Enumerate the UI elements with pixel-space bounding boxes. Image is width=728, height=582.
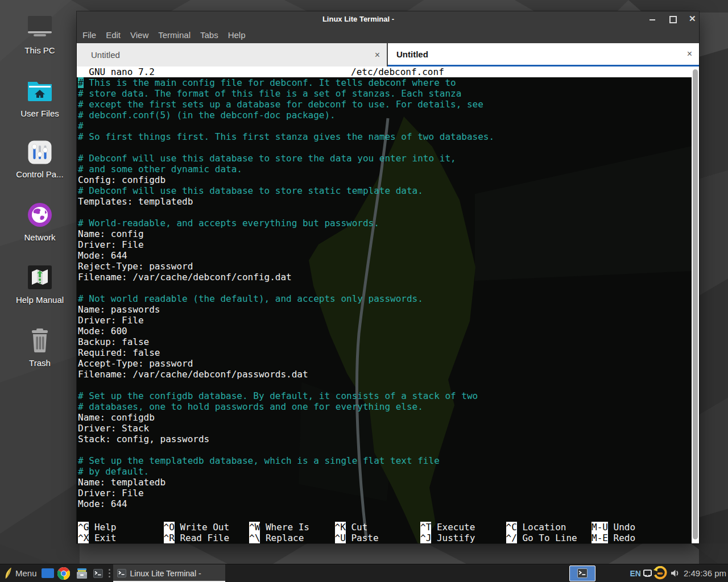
trash-icon bbox=[27, 328, 52, 353]
taskbar-window-label: Linux Lite Terminal - bbox=[130, 569, 201, 578]
terminal-line: Templates: templatedb bbox=[78, 196, 692, 207]
terminal-line: Reject-Type: password bbox=[78, 261, 692, 272]
desktop-icon-label: This PC bbox=[6, 45, 74, 56]
terminal-line: Name: templatedb bbox=[78, 477, 692, 488]
terminal-line: Driver: File bbox=[78, 239, 692, 250]
terminal-line bbox=[78, 207, 692, 218]
keyboard-layout-indicator[interactable]: EN bbox=[630, 569, 640, 578]
window-title: Linux Lite Terminal - bbox=[322, 15, 394, 23]
desktop-icon-label: Help Manual bbox=[6, 294, 74, 305]
terminal-line: # bbox=[78, 120, 692, 131]
nano-shortcut: ^G Help bbox=[78, 522, 164, 533]
desktop-icon-this-pc[interactable]: This PC bbox=[6, 14, 74, 56]
terminal-line: # and some other dynamic data. bbox=[78, 164, 692, 174]
tray-terminal-button[interactable] bbox=[569, 566, 595, 581]
nano-shortcut: ^K Cut bbox=[335, 522, 421, 533]
terminal-line: # Set up the configdb database. By defau… bbox=[78, 390, 692, 401]
nano-shortcut: M-U Undo bbox=[592, 522, 677, 533]
workspace-pager[interactable] bbox=[42, 568, 54, 578]
maximize-button[interactable] bbox=[669, 15, 676, 22]
chrome-launcher[interactable] bbox=[57, 567, 70, 580]
window-titlebar[interactable]: Linux Lite Terminal - ✕ bbox=[77, 11, 699, 26]
terminal-line: # Debconf will use this database to stor… bbox=[78, 153, 692, 164]
tab-untitled-2[interactable]: Untitled × bbox=[388, 43, 699, 66]
terminal-line: # World-readable, and accepts everything… bbox=[78, 218, 692, 228]
desktop-icon-label: Network bbox=[6, 232, 74, 243]
minimize-button[interactable] bbox=[649, 15, 656, 22]
terminal-launcher[interactable] bbox=[93, 569, 103, 578]
terminal-line: Filename: /var/cache/debconf/config.dat bbox=[78, 272, 692, 282]
terminal-line: Config: configdb bbox=[78, 174, 692, 185]
taskbar: Menu bbox=[0, 564, 728, 582]
menu-item-terminal[interactable]: Terminal bbox=[158, 30, 191, 40]
terminal-line: # except the first sets up a database fo… bbox=[78, 99, 692, 110]
display-tray-icon[interactable] bbox=[643, 569, 652, 577]
terminal-line: Backup: false bbox=[78, 336, 692, 347]
nano-shortcut: ^X Exit bbox=[78, 533, 164, 543]
panel-handle[interactable] bbox=[108, 567, 111, 580]
terminal-icon bbox=[93, 569, 103, 578]
desktop-icon-label: Control Pa... bbox=[6, 169, 74, 180]
terminal-line: Name: configdb bbox=[78, 412, 692, 423]
terminal-line: # Not world readable (the default), and … bbox=[78, 293, 692, 304]
close-button[interactable]: ✕ bbox=[689, 15, 696, 22]
clock[interactable]: 2:49:36 pm bbox=[684, 568, 726, 578]
nano-shortcut: ^U Paste bbox=[335, 533, 421, 543]
terminal-line: Mode: 600 bbox=[78, 326, 692, 336]
desktop-icon-network[interactable]: Network bbox=[6, 202, 74, 243]
terminal-line bbox=[78, 282, 692, 293]
tab-label: Untitled bbox=[396, 49, 428, 59]
terminal-line: Mode: 644 bbox=[78, 250, 692, 261]
taskbar-window-button[interactable]: Linux Lite Terminal - bbox=[113, 564, 225, 582]
menu-item-help[interactable]: Help bbox=[228, 30, 246, 40]
terminal-line: # store data. The format of this file is… bbox=[78, 88, 692, 99]
menu-item-edit[interactable]: Edit bbox=[106, 30, 121, 40]
terminal-icon bbox=[577, 568, 588, 578]
nano-filename: /etc/debconf.conf bbox=[351, 66, 444, 77]
terminal-window: Linux Lite Terminal - ✕ FileEditViewTerm… bbox=[77, 11, 699, 543]
updates-tray-icon[interactable] bbox=[652, 566, 667, 581]
menu-bar: FileEditViewTerminalTabsHelp bbox=[77, 26, 699, 43]
terminal-scrollbar[interactable] bbox=[692, 66, 699, 543]
menu-item-view[interactable]: View bbox=[130, 30, 148, 40]
file-manager-icon bbox=[76, 568, 88, 579]
terminal-line: Stack: config, passwords bbox=[78, 434, 692, 444]
terminal-line bbox=[78, 142, 692, 153]
this-pc-icon bbox=[27, 14, 53, 40]
menu-item-tabs[interactable]: Tabs bbox=[200, 30, 218, 40]
terminal-line: Mode: 644 bbox=[78, 498, 692, 509]
terminal-line: Accept-Type: password bbox=[78, 358, 692, 369]
terminal-line: # by default. bbox=[78, 466, 692, 477]
terminal-line: # So first things first. This first stan… bbox=[78, 131, 692, 142]
nano-shortcut-bar: ^G Help^O Write Out^W Where Is^K Cut^T E… bbox=[78, 522, 677, 543]
terminal-line: Driver: File bbox=[78, 488, 692, 498]
nano-shortcut: ^O Write Out bbox=[164, 522, 250, 533]
terminal-line: # Debconf will use this database to stor… bbox=[78, 185, 692, 196]
tab-close-icon[interactable]: × bbox=[687, 49, 692, 59]
volume-tray-icon[interactable] bbox=[671, 569, 680, 577]
desktop-icon-control-panel[interactable]: Control Pa... bbox=[6, 140, 74, 180]
desktop-icon-label: User Files bbox=[6, 108, 74, 119]
nano-shortcut: ^T Execute bbox=[420, 522, 506, 533]
desktop-icon-user-files[interactable]: User Files bbox=[6, 77, 74, 119]
desktop-icon-trash[interactable]: Trash bbox=[6, 328, 74, 368]
nano-shortcut: ^\ Replace bbox=[249, 533, 335, 543]
help-manual-icon bbox=[27, 265, 52, 290]
user-files-folder-icon bbox=[27, 77, 53, 103]
nano-header: GNU nano 7.2 /etc/debconf.conf bbox=[77, 66, 692, 77]
tab-close-icon[interactable]: × bbox=[375, 51, 380, 60]
file-manager-launcher[interactable] bbox=[76, 568, 88, 579]
nano-version: GNU nano 7.2 bbox=[78, 66, 155, 77]
nano-lines: # This is the main config file for debco… bbox=[78, 77, 692, 509]
menu-button-label: Menu bbox=[15, 568, 37, 578]
scrollbar-thumb[interactable] bbox=[693, 69, 698, 539]
tab-label: Untitled bbox=[91, 50, 120, 60]
menu-button[interactable]: Menu bbox=[0, 567, 37, 579]
terminal-line: Driver: File bbox=[78, 315, 692, 326]
terminal-screen[interactable]: GNU nano 7.2 /etc/debconf.conf # This is… bbox=[77, 66, 699, 543]
linux-lite-logo-icon bbox=[5, 567, 12, 579]
desktop-icon-help-manual[interactable]: Help Manual bbox=[6, 265, 74, 305]
terminal-line: # Set up the templatedb database, which … bbox=[78, 455, 692, 466]
menu-item-file[interactable]: File bbox=[82, 30, 96, 40]
tab-untitled-1[interactable]: Untitled × bbox=[77, 43, 388, 66]
